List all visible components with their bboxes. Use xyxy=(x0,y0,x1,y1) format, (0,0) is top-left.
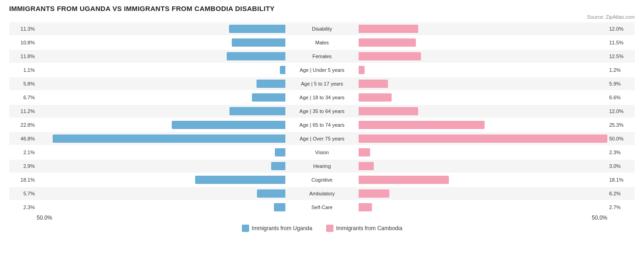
left-half xyxy=(37,121,285,129)
val-right: 6.6% xyxy=(607,95,635,100)
val-left: 10.8% xyxy=(9,40,37,45)
bar-cambodia xyxy=(359,107,418,115)
legend-box-uganda xyxy=(242,225,249,232)
bar-uganda xyxy=(257,189,285,198)
right-half xyxy=(359,66,607,74)
row-label: Females xyxy=(285,54,359,59)
left-half xyxy=(37,38,285,47)
bar-row: 2.9% Hearing 3.0% xyxy=(9,160,635,172)
bars-container: Vision xyxy=(37,146,607,159)
bar-row: 11.3% Disability 12.0% xyxy=(9,22,635,35)
val-left: 1.1% xyxy=(9,67,37,73)
row-inner: 46.8% Age | Over 75 years 50.0% xyxy=(9,132,635,145)
bar-row: 2.1% Vision 2.3% xyxy=(9,146,635,159)
bar-uganda xyxy=(229,107,285,115)
val-right: 1.2% xyxy=(607,67,635,73)
bar-cambodia xyxy=(359,148,370,156)
bar-cambodia xyxy=(359,135,607,143)
bar-row: 2.3% Self-Care 2.7% xyxy=(9,201,635,214)
bar-row: 11.8% Females 12.5% xyxy=(9,50,635,63)
bar-uganda xyxy=(229,25,285,33)
left-half xyxy=(37,93,285,102)
right-half xyxy=(359,148,607,156)
chart-title: IMMIGRANTS FROM UGANDA VS IMMIGRANTS FRO… xyxy=(9,5,635,12)
bar-row: 5.7% Ambulatory 6.2% xyxy=(9,187,635,200)
bar-uganda xyxy=(257,80,285,88)
left-half xyxy=(37,25,285,33)
bar-cambodia xyxy=(359,25,418,33)
row-inner: 2.1% Vision 2.3% xyxy=(9,146,635,159)
row-inner: 18.1% Cognitive 18.1% xyxy=(9,173,635,186)
right-half xyxy=(359,189,607,198)
val-left: 22.8% xyxy=(9,122,37,128)
val-left: 2.9% xyxy=(9,163,37,169)
bars-container: Cognitive xyxy=(37,173,607,186)
bar-row: 11.2% Age | 35 to 64 years 12.0% xyxy=(9,105,635,118)
val-right: 3.0% xyxy=(607,163,635,169)
bar-cambodia xyxy=(359,52,421,60)
bars-container: Ambulatory xyxy=(37,187,607,200)
row-label: Self-Care xyxy=(285,205,359,210)
bar-row: 5.8% Age | 5 to 17 years 5.9% xyxy=(9,77,635,90)
val-right: 25.3% xyxy=(607,122,635,128)
bar-cambodia xyxy=(359,121,485,129)
row-inner: 5.8% Age | 5 to 17 years 5.9% xyxy=(9,77,635,90)
row-inner: 22.8% Age | 65 to 74 years 25.3% xyxy=(9,118,635,131)
bar-uganda xyxy=(280,66,285,74)
row-label: Hearing xyxy=(285,163,359,169)
footer-right: 50.0% xyxy=(592,215,607,221)
bars-container: Age | 65 to 74 years xyxy=(37,118,607,131)
bar-uganda xyxy=(275,148,285,156)
val-left: 5.7% xyxy=(9,191,37,196)
row-inner: 6.7% Age | 18 to 34 years 6.6% xyxy=(9,91,635,104)
right-half xyxy=(359,162,607,170)
val-right: 11.5% xyxy=(607,40,635,45)
bars-container: Hearing xyxy=(37,160,607,172)
row-label: Age | Under 5 years xyxy=(285,67,359,73)
footer-values: 50.0% 50.0% xyxy=(9,215,635,221)
bars-container: Age | 5 to 17 years xyxy=(37,77,607,90)
row-inner: 11.2% Age | 35 to 64 years 12.0% xyxy=(9,105,635,118)
left-half xyxy=(37,189,285,198)
bars-container: Disability xyxy=(37,22,607,35)
row-label: Age | 65 to 74 years xyxy=(285,122,359,128)
bars-container: Females xyxy=(37,50,607,63)
bar-row: 22.8% Age | 65 to 74 years 25.3% xyxy=(9,118,635,131)
bar-row: 10.8% Males 11.5% xyxy=(9,36,635,49)
bars-container: Age | 18 to 34 years xyxy=(37,91,607,104)
bar-cambodia xyxy=(359,38,416,47)
right-half xyxy=(359,38,607,47)
row-label: Age | 5 to 17 years xyxy=(285,81,359,86)
legend-cambodia: Immigrants from Cambodia xyxy=(326,225,403,232)
bars-container: Self-Care xyxy=(37,201,607,214)
right-half xyxy=(359,203,607,211)
right-half xyxy=(359,121,607,129)
bar-cambodia xyxy=(359,203,372,211)
row-label: Age | 18 to 34 years xyxy=(285,95,359,100)
row-label: Age | Over 75 years xyxy=(285,136,359,141)
row-label: Ambulatory xyxy=(285,191,359,196)
left-half xyxy=(37,107,285,115)
row-inner: 11.3% Disability 12.0% xyxy=(9,22,635,35)
val-right: 5.9% xyxy=(607,81,635,86)
val-right: 6.2% xyxy=(607,191,635,196)
bars-container: Males xyxy=(37,36,607,49)
source-label: Source: ZipAtlas.com xyxy=(9,14,635,20)
val-left: 11.2% xyxy=(9,108,37,114)
row-inner: 1.1% Age | Under 5 years 1.2% xyxy=(9,64,635,76)
legend: Immigrants from Uganda Immigrants from C… xyxy=(9,225,635,232)
legend-box-cambodia xyxy=(326,225,333,232)
left-half xyxy=(37,162,285,170)
val-left: 11.8% xyxy=(9,54,37,59)
right-half xyxy=(359,25,607,33)
left-half xyxy=(37,52,285,60)
bars-container: Age | Under 5 years xyxy=(37,64,607,76)
bar-row: 6.7% Age | 18 to 34 years 6.6% xyxy=(9,91,635,104)
row-inner: 5.7% Ambulatory 6.2% xyxy=(9,187,635,200)
row-label: Males xyxy=(285,40,359,45)
row-inner: 10.8% Males 11.5% xyxy=(9,36,635,49)
left-half xyxy=(37,135,285,143)
right-half xyxy=(359,93,607,102)
val-left: 46.8% xyxy=(9,136,37,141)
left-half xyxy=(37,148,285,156)
